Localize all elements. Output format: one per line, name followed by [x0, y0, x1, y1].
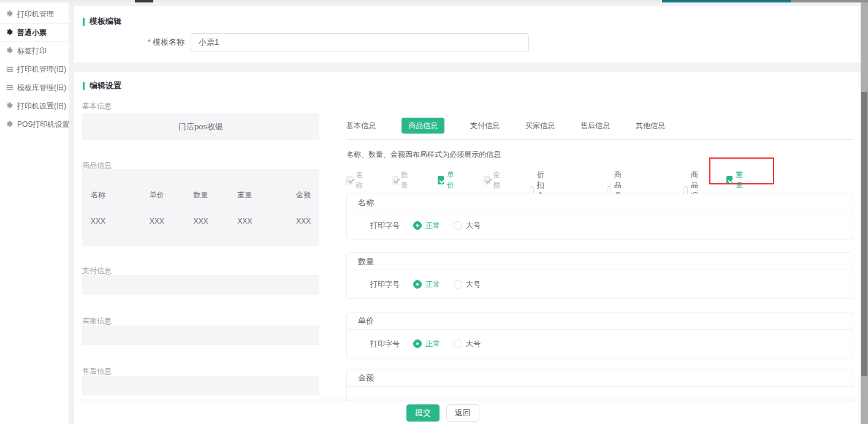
preview-col-header: 金额 [267, 190, 311, 200]
panel-body: 打印字号 正常 大号 [347, 330, 853, 358]
section-accent-bar [83, 18, 85, 26]
checkbox-box [346, 176, 352, 184]
sidebar-item-normal-receipt[interactable]: 普通小票 [0, 23, 69, 42]
radio-dot [413, 339, 422, 348]
preview-cell: XXX [135, 217, 179, 225]
radio-label: 大号 [466, 221, 481, 231]
panel-amount: 金额 [346, 369, 853, 401]
preview-col-header: 单价 [135, 190, 179, 200]
panel-unit-price: 单价 打印字号 正常 大号 [346, 312, 853, 358]
radio-label: 大号 [466, 279, 481, 290]
preview-basic-label: 基本信息 [82, 101, 112, 112]
sidebar-item-label: 打印机管理 [17, 9, 54, 20]
sidebar: 打印机管理 普通小票 标签打印 打印机管理(旧) 模板库管理(旧) 打印机设置(… [0, 2, 69, 424]
submit-button[interactable]: 提交 [406, 404, 440, 422]
template-edit-section-header: 模板编辑 [83, 16, 121, 27]
template-name-input[interactable] [191, 33, 529, 51]
preview-col-header: 重量 [223, 190, 267, 200]
sidebar-item-printer-settings-old[interactable]: 打印机设置(旧) [0, 97, 69, 115]
sidebar-item-printer-management-old[interactable]: 打印机管理(旧) [0, 60, 69, 78]
checkbox-box [392, 176, 398, 184]
panel-body [347, 387, 853, 401]
window-scrollbar[interactable] [861, 2, 868, 424]
checkbox-label: 金额 [493, 170, 503, 191]
panel-title: 金额 [347, 369, 853, 387]
radio-normal[interactable]: 正常 [413, 339, 440, 349]
sidebar-item-label: POS打印机设置 [17, 119, 69, 130]
tab-buyer-info[interactable]: 买家信息 [525, 118, 555, 134]
template-name-label: *模板名称 [74, 33, 185, 51]
main-content: 模板编辑 *模板名称 编辑设置 基本信息 门店pos收银 商品信息 名称 单价 … [74, 2, 861, 424]
gear-icon [6, 47, 13, 55]
radio-large[interactable]: 大号 [454, 221, 481, 231]
sidebar-item-template-lib-old[interactable]: 模板库管理(旧) [0, 78, 69, 97]
back-button[interactable]: 返回 [446, 404, 479, 422]
checkbox-name[interactable]: 名称 [346, 170, 365, 191]
sidebar-item-label: 打印机设置(旧) [17, 101, 66, 112]
radio-large[interactable]: 大号 [454, 339, 481, 349]
panel-body: 打印字号 正常 大号 [347, 270, 853, 298]
gear-icon [6, 121, 13, 128]
print-font-size-label: 打印字号 [370, 279, 400, 290]
preview-pay-box [82, 275, 319, 295]
checkbox-label: 数量 [401, 170, 411, 191]
weight-highlight-annotation [709, 157, 774, 184]
checkbox-box [438, 176, 444, 184]
edit-settings-card: 编辑设置 基本信息 门店pos收银 商品信息 名称 单价 数量 重量 金额 XX… [74, 72, 861, 401]
radio-label: 正常 [425, 339, 440, 349]
required-fields-note: 名称、数量、金额因布局样式为必须展示的信息 [346, 150, 501, 160]
preview-col-header: 数量 [179, 190, 223, 200]
tab-other-info[interactable]: 其他信息 [636, 118, 665, 134]
gear-icon [6, 29, 13, 36]
tab-pay-info[interactable]: 支付信息 [470, 118, 500, 134]
radio-dot [454, 280, 462, 289]
preview-cell: XXX [91, 217, 135, 225]
panel-name: 名称 打印字号 正常 大号 [346, 194, 853, 240]
panel-title: 单价 [347, 312, 853, 330]
radio-label: 正常 [425, 279, 440, 290]
radio-large[interactable]: 大号 [454, 279, 481, 290]
gear-icon [6, 102, 13, 110]
radio-dot [454, 221, 462, 230]
sidebar-item-label: 标签打印 [17, 46, 47, 56]
preview-cell: XXX [179, 217, 223, 225]
preview-table-data-row: XXX XXX XXX XXX XXX [91, 217, 311, 225]
section-title: 模板编辑 [89, 16, 121, 27]
radio-label: 正常 [425, 221, 440, 231]
tab-basic-info[interactable]: 基本信息 [346, 118, 376, 134]
panel-title: 数量 [347, 253, 853, 270]
tabs-divider [346, 139, 853, 140]
gear-icon [6, 10, 13, 18]
checkbox-quantity[interactable]: 数量 [392, 170, 411, 191]
tab-goods-info[interactable]: 商品信息 [402, 118, 444, 134]
checkbox-amount[interactable]: 金额 [484, 170, 503, 191]
radio-dot [454, 339, 462, 348]
section-title: 编辑设置 [89, 80, 121, 91]
sidebar-item-printer-management[interactable]: 打印机管理 [0, 5, 69, 23]
preview-buyer-box [82, 325, 319, 345]
preview-basic-box: 门店pos收银 [82, 113, 319, 140]
checkbox-unit-price[interactable]: 单价 [438, 170, 457, 191]
sidebar-item-label: 模板库管理(旧) [17, 83, 66, 93]
preview-aftersale-box [82, 376, 319, 395]
preview-goods-box: 名称 单价 数量 重量 金额 XXX XXX XXX XXX XXX [82, 169, 319, 246]
preview-basic-text: 门店pos收银 [178, 121, 223, 132]
radio-normal[interactable]: 正常 [413, 221, 440, 231]
scrollbar-thumb[interactable] [861, 92, 867, 376]
footer-action-bar: 提交 返回 [74, 401, 861, 424]
template-edit-card: 模板编辑 *模板名称 [74, 6, 861, 62]
checkbox-box [484, 176, 490, 184]
list-icon [6, 84, 13, 91]
tab-aftersale-info[interactable]: 售后信息 [581, 118, 610, 134]
print-font-size-label: 打印字号 [370, 339, 400, 349]
radio-dot [413, 221, 422, 230]
checkbox-label: 单价 [447, 170, 457, 191]
panel-quantity: 数量 打印字号 正常 大号 [346, 252, 853, 299]
sidebar-item-label: 打印机管理(旧) [17, 64, 66, 75]
sidebar-item-pos-printer-settings[interactable]: POS打印机设置 [0, 115, 69, 134]
checkbox-label: 名称 [356, 170, 365, 191]
preview-cell: XXX [267, 217, 311, 225]
sidebar-item-label-print[interactable]: 标签打印 [0, 42, 69, 60]
info-tabs: 基本信息 商品信息 支付信息 买家信息 售后信息 其他信息 [346, 118, 665, 134]
radio-normal[interactable]: 正常 [413, 279, 440, 290]
